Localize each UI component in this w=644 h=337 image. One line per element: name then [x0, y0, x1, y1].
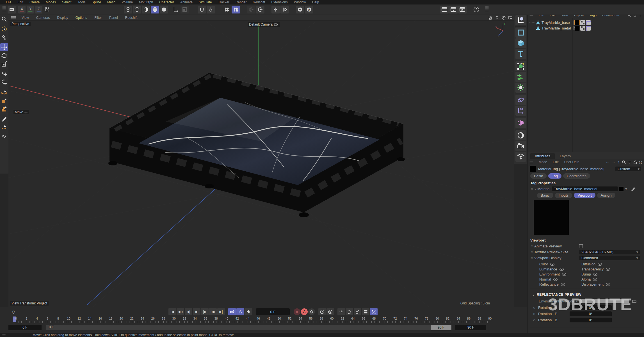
- vp-menu-cameras[interactable]: Cameras: [33, 16, 54, 20]
- tab-layers[interactable]: Layers: [555, 153, 575, 159]
- prev-frame-button[interactable]: ◀|: [185, 308, 192, 315]
- interactive-render-icon[interactable]: [472, 6, 481, 13]
- menu-mesh[interactable]: Mesh: [104, 0, 118, 4]
- menu-animate[interactable]: Animate: [177, 0, 196, 4]
- tab-tag[interactable]: Tag: [548, 173, 561, 179]
- render-to-picture-viewer-icon[interactable]: [449, 6, 458, 13]
- play-button[interactable]: ▶: [193, 308, 200, 315]
- menu-extensions[interactable]: Extensions: [268, 0, 291, 4]
- goto-start-button[interactable]: |◀: [168, 308, 176, 315]
- points-mode-icon[interactable]: [124, 6, 132, 13]
- folder-icon[interactable]: [632, 299, 636, 303]
- symmetry-object-icon[interactable]: [515, 118, 526, 128]
- material-preview[interactable]: [534, 200, 569, 235]
- isolate-view-icon[interactable]: [296, 6, 304, 13]
- render-settings-icon[interactable]: [458, 6, 467, 13]
- material-tag-selected[interactable]: [575, 20, 579, 25]
- viewport-menu-icon[interactable]: [11, 16, 16, 19]
- viewport-3d[interactable]: View Cameras Display Options Filter Pane…: [8, 15, 514, 307]
- tab-basic[interactable]: Basic: [530, 173, 547, 179]
- eye-icon[interactable]: [606, 268, 610, 271]
- sketch-tool-icon[interactable]: [0, 132, 8, 140]
- render-view-icon[interactable]: [440, 6, 449, 13]
- record-keyframe-button[interactable]: ◆: [294, 308, 300, 315]
- parent-up-icon[interactable]: ↑: [618, 160, 620, 164]
- history-forward-icon[interactable]: →: [612, 160, 616, 164]
- tab-mat-viewport[interactable]: Viewport: [574, 193, 595, 198]
- uv-tag-icon[interactable]: [586, 20, 591, 25]
- phong-tag-icon[interactable]: [580, 26, 585, 31]
- keyframe-diamond-icon[interactable]: ◇: [530, 187, 534, 191]
- axis-lock-z-button[interactable]: Z: [35, 6, 42, 13]
- target-icon[interactable]: ◎: [639, 160, 642, 164]
- soft-selection-icon[interactable]: [247, 6, 255, 13]
- polygons-mode-icon[interactable]: [142, 6, 150, 13]
- menu-file[interactable]: File: [3, 0, 14, 4]
- menu-edit[interactable]: Edit: [14, 0, 26, 4]
- history-back-icon[interactable]: ←: [606, 160, 609, 164]
- eye-icon[interactable]: [550, 263, 554, 266]
- range-slider[interactable]: 0 F 90 F: [46, 325, 451, 330]
- toolbar-drag-handle[interactable]: [2, 6, 6, 13]
- subdivision-surface-icon[interactable]: [515, 61, 526, 71]
- menu-tracker[interactable]: Tracker: [215, 0, 232, 4]
- toggle-panel-layout-icon[interactable]: [508, 15, 513, 20]
- menu-modes[interactable]: Modes: [43, 0, 59, 4]
- sound-button[interactable]: [245, 308, 252, 315]
- menu-simulate[interactable]: Simulate: [196, 0, 215, 4]
- animate-preview-checkbox[interactable]: [579, 244, 583, 248]
- axis-mode-icon[interactable]: [172, 6, 180, 13]
- spline-primitive-icon[interactable]: [515, 28, 526, 38]
- menu-render[interactable]: Render: [232, 0, 250, 4]
- texture-preview-size-dropdown[interactable]: 2048x2048 (16 MB): [579, 250, 640, 254]
- eye-icon[interactable]: [562, 273, 566, 276]
- axis-lock-y-button[interactable]: Y: [27, 6, 34, 13]
- symmetry-settings-icon[interactable]: [280, 6, 289, 13]
- vp-menu-redshift[interactable]: Redshift: [122, 16, 141, 20]
- orbit-view-icon[interactable]: [501, 15, 506, 20]
- record-pla-toggle[interactable]: [370, 308, 378, 315]
- record-scale-toggle[interactable]: [354, 308, 361, 315]
- menu-volume[interactable]: Volume: [118, 0, 136, 4]
- move-tool-icon[interactable]: [0, 43, 8, 51]
- current-frame-field[interactable]: 0 F: [256, 308, 290, 315]
- scale-tool-icon[interactable]: [0, 60, 8, 68]
- snap-icon[interactable]: [198, 6, 206, 13]
- live-selection-tool-icon[interactable]: [0, 25, 8, 33]
- menu-spline[interactable]: Spline: [88, 0, 104, 4]
- range-start-field[interactable]: 0 F: [8, 325, 42, 330]
- fields-icon[interactable]: [515, 83, 526, 93]
- record-parameter-toggle[interactable]: [362, 308, 369, 315]
- coordinate-system-icon[interactable]: [43, 6, 52, 13]
- next-frame-button[interactable]: |▶: [201, 308, 209, 315]
- expand-chevron-icon[interactable]: ⌄: [534, 187, 537, 191]
- timeline-ruler[interactable]: 0246810121416182022242628303234363840424…: [0, 316, 527, 324]
- eye-icon[interactable]: [606, 283, 610, 286]
- quantize-icon[interactable]: [223, 6, 231, 13]
- prev-key-button[interactable]: ◀◇: [177, 308, 184, 315]
- material-dropdown-arrow[interactable]: ▾: [625, 187, 627, 191]
- object-list[interactable]: TrayMarble_base TrayMarble_metal: [527, 18, 644, 152]
- attribute-menu-icon[interactable]: [530, 161, 533, 163]
- eye-icon[interactable]: [559, 268, 564, 271]
- line-cut-tool-icon[interactable]: [0, 123, 8, 131]
- workplane-icon[interactable]: [181, 6, 189, 13]
- material-tag[interactable]: [575, 26, 579, 31]
- vp-menu-panel[interactable]: Panel: [106, 16, 122, 20]
- range-end-field[interactable]: 90 F: [455, 325, 486, 330]
- tab-attributes[interactable]: Attributes: [530, 153, 555, 159]
- viewport-canvas[interactable]: [8, 21, 514, 307]
- rectangle-spline-tool-icon[interactable]: [0, 97, 8, 104]
- eye-icon[interactable]: [598, 263, 602, 266]
- dolly-view-icon[interactable]: [494, 15, 500, 20]
- eye-icon[interactable]: [593, 273, 597, 276]
- cube-primitive-icon[interactable]: [515, 38, 526, 48]
- edges-mode-icon[interactable]: [133, 6, 141, 13]
- preset-dropdown[interactable]: Custom: [615, 167, 641, 171]
- object-mode-icon[interactable]: [160, 6, 168, 13]
- text-object-icon[interactable]: [515, 49, 526, 59]
- eyedropper-icon[interactable]: [631, 187, 635, 191]
- auto-mode-icon[interactable]: A: [305, 6, 313, 13]
- tab-coordinates[interactable]: Coordinates: [563, 173, 590, 179]
- material-link-field[interactable]: TrayMarble_base_material: [552, 186, 618, 191]
